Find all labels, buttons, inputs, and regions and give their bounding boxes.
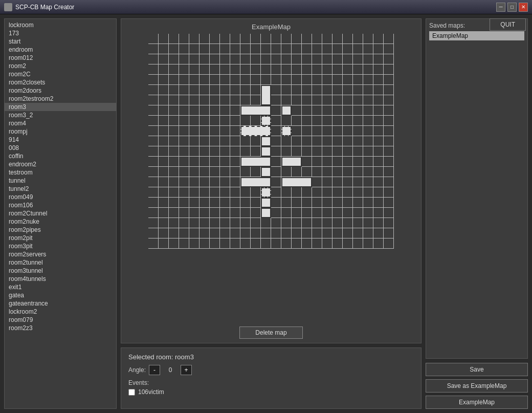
- room-list-item[interactable]: room2servers: [5, 250, 116, 258]
- map-room[interactable]: [261, 167, 271, 177]
- map-title: ExampleMap: [252, 23, 291, 31]
- events-label: Events:: [128, 379, 414, 386]
- map-room[interactable]: [261, 85, 271, 105]
- left-panel: lockroom173startendroomroom012room2room2…: [4, 18, 117, 409]
- map-room[interactable]: [261, 208, 271, 218]
- room-list-item[interactable]: tunnel2: [5, 185, 116, 193]
- map-room[interactable]: [240, 126, 271, 136]
- map-room[interactable]: [261, 116, 271, 126]
- room-list-item[interactable]: 008: [5, 144, 116, 152]
- room-list-item[interactable]: room2doors: [5, 86, 116, 95]
- delete-map-button[interactable]: Delete map: [239, 327, 302, 339]
- room-list-item[interactable]: start: [5, 37, 116, 46]
- app-icon: [4, 3, 12, 11]
- saved-map-item[interactable]: ExampleMap: [429, 31, 524, 40]
- center-panel: ExampleMap Delete map Selected room: roo…: [121, 18, 422, 409]
- room-list-item[interactable]: room2testroom2: [5, 95, 116, 103]
- room-list-item[interactable]: room049: [5, 193, 116, 201]
- map-room[interactable]: [240, 177, 271, 187]
- maximize-button[interactable]: □: [507, 3, 517, 12]
- room-list-item[interactable]: room2C: [5, 70, 116, 78]
- room-list-item[interactable]: room106: [5, 201, 116, 209]
- save-as-button[interactable]: Save as ExampleMap: [426, 379, 528, 393]
- save-button[interactable]: Save: [426, 363, 528, 376]
- example-map-button[interactable]: ExampleMap: [426, 396, 528, 409]
- room-list-item[interactable]: room2closets: [5, 78, 116, 86]
- room-list-item[interactable]: room2nuke: [5, 218, 116, 226]
- room-list-item[interactable]: room3tunnel: [5, 267, 116, 275]
- room-list-item[interactable]: room4: [5, 119, 116, 127]
- window-controls: ─ □ ✕: [496, 3, 528, 12]
- room-list-item[interactable]: lockroom2: [5, 308, 116, 316]
- event-row: 106victim: [128, 388, 414, 396]
- room-list-item[interactable]: room079: [5, 316, 116, 324]
- event-name-106victim: 106victim: [138, 388, 164, 396]
- room-list-item[interactable]: lockroom: [5, 21, 116, 29]
- main-area: lockroom173startendroomroom012room2room2…: [0, 14, 532, 413]
- map-room[interactable]: [281, 105, 292, 116]
- room-list-item[interactable]: room2pit: [5, 234, 116, 242]
- info-panel: Selected room: room3 Angle: - 0 + Events…: [121, 347, 422, 409]
- title-bar: SCP-CB Map Creator ─ □ ✕: [0, 0, 532, 14]
- room-list-item[interactable]: room2: [5, 62, 116, 70]
- room-list-item[interactable]: endroom: [5, 46, 116, 54]
- room-list-item[interactable]: room4tunnels: [5, 275, 116, 283]
- map-room[interactable]: [261, 198, 271, 208]
- map-grid-container[interactable]: [125, 34, 417, 322]
- room-list-item[interactable]: coffin: [5, 152, 116, 160]
- map-room[interactable]: [261, 136, 271, 146]
- angle-plus-button[interactable]: +: [181, 365, 192, 375]
- right-buttons: Save Save as ExampleMap ExampleMap: [426, 363, 528, 409]
- angle-value: 0: [163, 366, 178, 374]
- room-list-item[interactable]: room2pipes: [5, 226, 116, 234]
- map-room[interactable]: [281, 177, 312, 187]
- angle-row: Angle: - 0 +: [128, 365, 414, 375]
- close-button[interactable]: ✕: [519, 3, 528, 12]
- room-list-item[interactable]: room012: [5, 54, 116, 62]
- room-list-item[interactable]: room2Ctunnel: [5, 209, 116, 218]
- room-list-item[interactable]: testroom: [5, 168, 116, 177]
- room-list-item[interactable]: room2z3: [5, 324, 116, 332]
- angle-label: Angle:: [128, 366, 146, 374]
- saved-maps-area: Saved maps: ExampleMap: [426, 18, 528, 359]
- map-room[interactable]: [240, 157, 271, 167]
- map-room[interactable]: [261, 187, 271, 198]
- room-list-item[interactable]: room3pit: [5, 242, 116, 250]
- room-list-item[interactable]: room3: [5, 103, 116, 111]
- room-list-item[interactable]: gatea: [5, 291, 116, 299]
- room-list-item[interactable]: exit1: [5, 283, 116, 291]
- right-panel: Saved maps: ExampleMap Save Save as Exam…: [426, 18, 528, 409]
- room-list-item[interactable]: room3_2: [5, 111, 116, 119]
- angle-minus-button[interactable]: -: [149, 365, 160, 375]
- map-area: ExampleMap Delete map: [121, 18, 422, 343]
- room-list: lockroom173startendroomroom012room2room2…: [5, 19, 116, 334]
- window-title: SCP-CB Map Creator: [15, 4, 74, 11]
- room-list-container[interactable]: lockroom173startendroomroom012room2room2…: [5, 19, 116, 408]
- rooms-layer: [148, 34, 394, 249]
- map-room[interactable]: [281, 126, 292, 136]
- event-checkbox-106victim[interactable]: [128, 389, 135, 396]
- room-list-item[interactable]: 914: [5, 136, 116, 144]
- room-list-item[interactable]: tunnel: [5, 177, 116, 185]
- map-room[interactable]: [281, 157, 302, 167]
- quit-button[interactable]: QUIT: [490, 18, 526, 31]
- map-room[interactable]: [240, 105, 271, 116]
- room-list-item[interactable]: roompj: [5, 127, 116, 136]
- room-list-item[interactable]: room2tunnel: [5, 258, 116, 267]
- saved-maps-list: ExampleMap: [429, 31, 524, 40]
- minimize-button[interactable]: ─: [496, 3, 505, 12]
- map-room[interactable]: [261, 146, 271, 157]
- selected-room-label: Selected room: room3: [128, 353, 414, 361]
- room-list-item[interactable]: gateaentrance: [5, 299, 116, 308]
- room-list-item[interactable]: 173: [5, 29, 116, 37]
- room-list-item[interactable]: endroom2: [5, 160, 116, 168]
